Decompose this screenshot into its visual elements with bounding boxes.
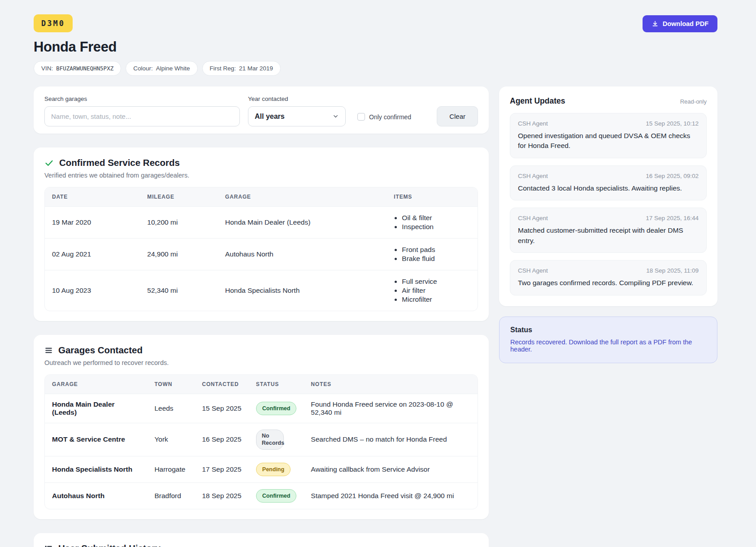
first-reg-chip-label: First Reg: bbox=[210, 65, 236, 72]
update-timestamp: 15 Sep 2025, 10:12 bbox=[646, 120, 699, 127]
garage-status: Pending bbox=[249, 456, 304, 482]
table-row: 10 Aug 2023 52,340 mi Honda Specialists … bbox=[45, 270, 478, 311]
year-select[interactable]: All years bbox=[248, 106, 346, 126]
vehicle-chips: VIN: BFUZARWUNEQHN5PXZ Colour: Alpine Wh… bbox=[34, 61, 717, 76]
chevron-down-icon bbox=[332, 113, 339, 120]
record-items: Front pads Brake fluid bbox=[387, 239, 478, 270]
garages-contacted-subtitle: Outreach we performed to recover records… bbox=[44, 359, 478, 366]
garages-contacted-card: Garages Contacted Outreach we performed … bbox=[34, 335, 489, 519]
record-mileage: 24,900 mi bbox=[140, 239, 218, 270]
status-badge: No Records bbox=[256, 430, 284, 450]
update-message: Contacted 3 local Honda specialists. Awa… bbox=[518, 183, 699, 193]
garage-town: York bbox=[147, 423, 195, 456]
table-row: 02 Aug 2021 24,900 mi Autohaus North Fro… bbox=[45, 239, 478, 270]
table-row: Autohaus North Bradford 18 Sep 2025 Conf… bbox=[45, 482, 478, 509]
record-garage: Honda Main Dealer (Leeds) bbox=[218, 207, 387, 239]
col-notes: NOTES bbox=[304, 375, 478, 394]
year-label: Year contacted bbox=[248, 96, 346, 102]
filters-card: Search garages Year contacted All years bbox=[34, 87, 489, 134]
col-date: DATE bbox=[45, 187, 140, 207]
check-icon bbox=[44, 158, 54, 168]
only-confirmed-checkbox[interactable] bbox=[357, 113, 365, 121]
clear-button[interactable]: Clear bbox=[437, 106, 478, 126]
year-select-value: All years bbox=[255, 113, 285, 121]
agent-name: CSH Agent bbox=[518, 173, 548, 179]
page-header: D3M0 Download PDF bbox=[34, 14, 717, 32]
page-title: Honda Freed bbox=[34, 39, 717, 55]
garage-status: No Records bbox=[249, 423, 304, 456]
garage-name: Autohaus North bbox=[45, 482, 147, 509]
garage-town: Leeds bbox=[147, 394, 195, 423]
col-items: ITEMS bbox=[387, 187, 478, 207]
garage-notes: Found Honda Freed service on 2023-08-10 … bbox=[304, 394, 478, 423]
garage-contacted: 17 Sep 2025 bbox=[195, 456, 248, 482]
garage-town: Harrogate bbox=[147, 456, 195, 482]
record-item: Inspection bbox=[402, 223, 470, 231]
garages-header-row: GARAGE TOWN CONTACTED STATUS NOTES bbox=[45, 375, 478, 394]
user-history-header: User Submitted History bbox=[44, 543, 478, 547]
agent-update-item: CSH Agent 15 Sep 2025, 10:12 Opened inve… bbox=[510, 113, 707, 158]
record-garage: Autohaus North bbox=[218, 239, 387, 270]
update-message: Opened investigation and queued DVSA & O… bbox=[518, 131, 699, 151]
service-records-header: Confirmed Service Records bbox=[44, 157, 478, 168]
update-message: Matched customer-submitted receipt with … bbox=[518, 226, 699, 246]
user-history-title: User Submitted History bbox=[58, 543, 161, 547]
download-pdf-button[interactable]: Download PDF bbox=[643, 15, 717, 32]
agent-updates-header: Agent Updates Read-only bbox=[510, 96, 707, 106]
status-panel: Status Records recovered. Download the f… bbox=[499, 317, 717, 363]
search-input[interactable] bbox=[44, 106, 240, 126]
service-records-header-row: DATE MILEAGE GARAGE ITEMS bbox=[45, 187, 478, 207]
garages-contacted-table: GARAGE TOWN CONTACTED STATUS NOTES Honda… bbox=[44, 374, 478, 509]
user-history-card: User Submitted History Entries provided … bbox=[34, 533, 489, 547]
agent-name: CSH Agent bbox=[518, 215, 548, 221]
agent-update-item: CSH Agent 16 Sep 2025, 09:02 Contacted 3… bbox=[510, 165, 707, 200]
garage-contacted: 15 Sep 2025 bbox=[195, 394, 248, 423]
record-item: Microfilter bbox=[402, 295, 470, 304]
record-date: 10 Aug 2023 bbox=[45, 270, 140, 311]
service-records-card: Confirmed Service Records Verified entri… bbox=[34, 148, 489, 321]
list-icon bbox=[44, 544, 53, 547]
agent-name: CSH Agent bbox=[518, 267, 548, 274]
garage-notes: Searched DMS – no match for Honda Freed bbox=[304, 423, 478, 456]
garage-contacted: 16 Sep 2025 bbox=[195, 423, 248, 456]
menu-lines-icon bbox=[44, 346, 53, 355]
garages-contacted-header: Garages Contacted bbox=[44, 345, 478, 356]
garage-town: Bradford bbox=[147, 482, 195, 509]
garage-status: Confirmed bbox=[249, 482, 304, 509]
status-badge: Confirmed bbox=[256, 402, 297, 415]
agent-update-item: CSH Agent 17 Sep 2025, 16:44 Matched cus… bbox=[510, 208, 707, 253]
agent-updates-title: Agent Updates bbox=[510, 96, 565, 106]
agent-update-item: CSH Agent 18 Sep 2025, 11:09 Two garages… bbox=[510, 260, 707, 295]
table-row: Honda Main Dealer (Leeds) Leeds 15 Sep 2… bbox=[45, 394, 478, 423]
garage-name: Honda Main Dealer (Leeds) bbox=[45, 394, 147, 423]
search-label: Search garages bbox=[44, 96, 240, 102]
col-garage: GARAGE bbox=[218, 187, 387, 207]
record-date: 02 Aug 2021 bbox=[45, 239, 140, 270]
demo-badge: D3M0 bbox=[34, 14, 73, 32]
only-confirmed-label: Only confirmed bbox=[369, 113, 411, 121]
record-item: Air filter bbox=[402, 287, 470, 295]
table-row: Honda Specialists North Harrogate 17 Sep… bbox=[45, 456, 478, 482]
garage-name: MOT & Service Centre bbox=[45, 423, 147, 456]
vin-chip-label: VIN: bbox=[41, 65, 53, 72]
sidebar: Agent Updates Read-only CSH Agent 15 Sep… bbox=[499, 87, 717, 363]
agent-updates-card: Agent Updates Read-only CSH Agent 15 Sep… bbox=[499, 87, 717, 306]
update-timestamp: 17 Sep 2025, 16:44 bbox=[646, 215, 699, 221]
record-items: Full service Air filter Microfilter bbox=[387, 270, 478, 311]
vin-chip-value: BFUZARWUNEQHN5PXZ bbox=[56, 65, 113, 72]
main-column: Search garages Year contacted All years bbox=[34, 87, 489, 547]
col-contacted: CONTACTED bbox=[195, 375, 248, 394]
first-reg-chip: First Reg: 21 Mar 2019 bbox=[202, 61, 281, 76]
colour-chip-value: Alpine White bbox=[156, 65, 190, 72]
service-records-subtitle: Verified entries we obtained from garage… bbox=[44, 172, 478, 179]
only-confirmed-group: Only confirmed bbox=[357, 113, 411, 126]
first-reg-chip-value: 21 Mar 2019 bbox=[239, 65, 273, 72]
table-row: 19 Mar 2020 10,200 mi Honda Main Dealer … bbox=[45, 207, 478, 239]
garage-notes: Awaiting callback from Service Advisor bbox=[304, 456, 478, 482]
year-field-group: Year contacted All years bbox=[248, 96, 346, 126]
page: D3M0 Download PDF Honda Freed VIN: BFUZA… bbox=[0, 0, 756, 547]
colour-chip: Colour: Alpine White bbox=[126, 61, 197, 76]
agent-name: CSH Agent bbox=[518, 120, 548, 127]
col-status: STATUS bbox=[249, 375, 304, 394]
col-mileage: MILEAGE bbox=[140, 187, 218, 207]
